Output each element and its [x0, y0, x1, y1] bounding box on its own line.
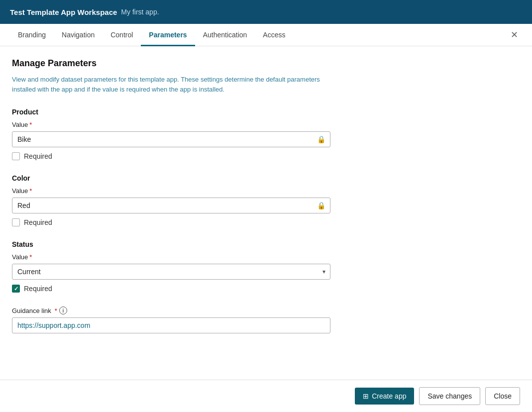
tab-access[interactable]: Access — [255, 24, 293, 46]
product-section-label: Product — [12, 108, 386, 116]
tab-control[interactable]: Control — [103, 24, 141, 46]
color-section: Color Value* 🔒 Required — [12, 174, 386, 226]
page-description: View and modify dataset parameters for t… — [12, 75, 330, 94]
color-value-input[interactable] — [12, 198, 330, 213]
guidance-required-star: * — [55, 307, 57, 314]
color-required-label: Required — [24, 218, 52, 226]
status-required-row: Required — [12, 285, 386, 293]
status-section-label: Status — [12, 240, 386, 248]
main-content: Manage Parameters View and modify datase… — [0, 46, 398, 383]
product-required-label: Required — [24, 152, 52, 160]
guidance-url-input[interactable] — [12, 317, 330, 333]
status-required-label: Required — [24, 285, 52, 293]
tab-parameters[interactable]: Parameters — [141, 24, 195, 46]
product-value-input[interactable] — [12, 131, 330, 147]
product-value-wrapper: 🔒 — [12, 131, 330, 147]
color-required-row: Required — [12, 218, 386, 226]
status-section: Status Value* Current Archived Pending ▾… — [12, 240, 386, 293]
product-required-row: Required — [12, 152, 386, 160]
status-required-star: * — [29, 253, 32, 261]
status-value-wrapper: Current Archived Pending ▾ — [12, 264, 330, 280]
status-required-checkbox[interactable] — [12, 285, 20, 293]
guidance-section: Guidance link * i — [12, 307, 386, 333]
status-value-label: Value* — [12, 253, 386, 261]
page-title: Manage Parameters — [12, 58, 386, 69]
color-value-label: Value* — [12, 187, 386, 195]
app-header: Test Template App Workspace My first app… — [0, 0, 532, 24]
tab-branding[interactable]: Branding — [10, 24, 54, 46]
product-required-star: * — [29, 121, 32, 128]
product-required-checkbox[interactable] — [12, 152, 20, 160]
color-required-checkbox[interactable] — [12, 218, 20, 226]
guidance-info-icon[interactable]: i — [59, 307, 67, 314]
product-value-label: Value* — [12, 121, 386, 128]
tab-authentication[interactable]: Authentication — [195, 24, 255, 46]
workspace-title: Test Template App Workspace — [10, 8, 117, 16]
guidance-label: Guidance link * i — [12, 307, 386, 314]
app-name: My first app. — [121, 8, 159, 16]
product-section: Product Value* 🔒 Required — [12, 108, 386, 160]
color-required-star: * — [29, 187, 32, 195]
tabs-bar: Branding Navigation Control Parameters A… — [0, 24, 532, 46]
close-dialog-button[interactable]: ✕ — [507, 28, 522, 41]
status-value-select[interactable]: Current Archived Pending — [12, 264, 330, 280]
footer: ⊞ Create app Save changes Close — [0, 380, 532, 383]
color-section-label: Color — [12, 174, 386, 182]
color-value-wrapper: 🔒 — [12, 198, 330, 213]
tab-navigation[interactable]: Navigation — [54, 24, 103, 46]
